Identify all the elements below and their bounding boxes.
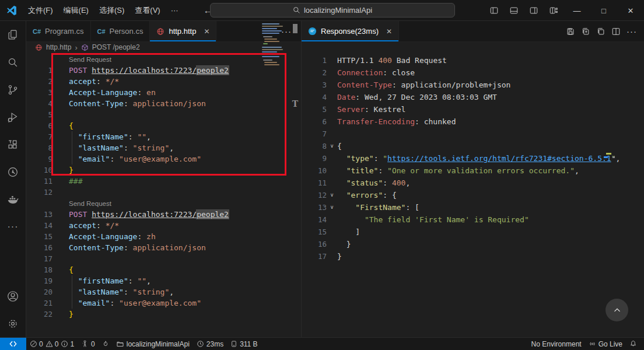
- tab-response[interactable]: Response(23ms) ✕: [302, 21, 399, 41]
- link-token: people2: [197, 66, 229, 75]
- code-token: :: [137, 88, 146, 97]
- fold-chevron-icon[interactable]: ∨: [327, 189, 337, 201]
- extensions-icon[interactable]: [0, 131, 26, 158]
- warning-count: 0: [55, 340, 59, 348]
- minimize-button[interactable]: —: [564, 0, 590, 21]
- ports-status[interactable]: 0: [78, 338, 99, 350]
- scroll-to-top-button[interactable]: [606, 299, 628, 321]
- line-number: 8: [302, 140, 327, 152]
- code-token: }: [69, 310, 74, 318]
- line-number: 5: [26, 109, 52, 120]
- http-editor[interactable]: Send Request1POST https://localhost:7223…: [26, 52, 301, 337]
- remote-indicator[interactable]: [0, 338, 26, 350]
- send-request-codelens[interactable]: Send Request: [69, 56, 111, 63]
- code-token: POST: [69, 210, 87, 219]
- go-live-status[interactable]: Go Live: [585, 338, 626, 350]
- link-token: https://localhost:7223/: [92, 210, 197, 219]
- tab-person-cs[interactable]: C# Person.cs: [91, 21, 150, 41]
- more-actions-icon[interactable]: ···: [626, 26, 637, 36]
- overview-ruler-mark: [604, 156, 608, 158]
- toggle-secondary-sidebar-icon[interactable]: [524, 0, 544, 21]
- line-number: 11: [302, 177, 327, 189]
- minimap[interactable]: [262, 22, 289, 121]
- code-line: Send Request: [26, 198, 301, 209]
- menu-selection[interactable]: 选择(S): [94, 3, 130, 18]
- search-sidebar-icon[interactable]: [0, 48, 26, 76]
- scrollbar-left[interactable]: T: [290, 21, 300, 337]
- fold-chevron-icon[interactable]: ∨: [327, 140, 337, 152]
- line-content: Content-Type: application/json: [69, 242, 206, 253]
- breadcrumb-symbol[interactable]: POST /people2: [92, 43, 140, 51]
- line-content: "lastName": "string",: [69, 286, 174, 298]
- menu-file[interactable]: 文件(F): [23, 3, 58, 18]
- line-number: 11: [26, 176, 52, 187]
- customize-layout-icon[interactable]: [544, 0, 564, 21]
- response-editor[interactable]: 1HTTP/1.1 400 Bad Request2Connection: cl…: [302, 42, 644, 337]
- fold-gutter: [327, 238, 337, 250]
- workspace-name: localizingMinimalApi: [127, 340, 190, 348]
- line-number: 8: [26, 142, 52, 153]
- minimap-line: [263, 43, 268, 44]
- docker-icon[interactable]: [0, 186, 26, 213]
- save-response-icon[interactable]: [581, 27, 590, 36]
- code-line: 6Transfer-Encoding: chunked: [302, 116, 644, 128]
- code-token: [337, 166, 346, 175]
- line-content: }: [69, 164, 74, 176]
- code-line: 9 "type": "https://tools.ietf.org/html/r…: [302, 152, 644, 164]
- line-number: 12: [302, 189, 327, 201]
- send-request-codelens[interactable]: Send Request: [69, 200, 111, 207]
- response-size-status[interactable]: 311 B: [227, 338, 261, 350]
- tab-http-http[interactable]: http.http ✕: [150, 21, 216, 41]
- source-control-icon[interactable]: [0, 76, 26, 103]
- minimap-line: [262, 30, 282, 32]
- code-token: "": [137, 276, 146, 285]
- menu-view[interactable]: 查看(V): [130, 3, 165, 18]
- maximize-button[interactable]: □: [590, 0, 617, 21]
- notifications-status[interactable]: [626, 338, 640, 350]
- code-token: ,: [575, 166, 579, 175]
- tab-program-cs[interactable]: C# Program.cs: [26, 21, 91, 41]
- code-token: "string": [133, 144, 170, 152]
- breadcrumb[interactable]: http.http › POST /people2: [26, 42, 301, 52]
- problems-status[interactable]: 0 0 1: [26, 338, 78, 350]
- more-views-icon[interactable]: ···: [0, 213, 26, 240]
- overview-ruler-mark: [606, 153, 611, 155]
- command-center-search[interactable]: localizingMinimalApi: [210, 3, 455, 18]
- code-token: : [: [405, 203, 419, 212]
- code-token: ,: [146, 132, 151, 141]
- close-tab-icon[interactable]: ✕: [204, 27, 209, 36]
- code-token: [337, 178, 346, 187]
- workspace-status[interactable]: localizingMinimalApi: [113, 338, 193, 350]
- line-number: 15: [302, 226, 327, 238]
- explorer-icon[interactable]: [0, 21, 26, 48]
- code-token: {: [337, 142, 342, 150]
- breadcrumb-file[interactable]: http.http: [46, 43, 71, 51]
- run-and-debug-icon[interactable]: [0, 103, 26, 131]
- link-token[interactable]: https://tools.ietf.org/html/rfc7231#sect…: [387, 154, 611, 163]
- code-token: ,: [169, 144, 174, 152]
- toggle-primary-sidebar-icon[interactable]: [484, 0, 504, 21]
- hot-reload-status[interactable]: [99, 338, 113, 350]
- toggle-panel-icon[interactable]: [504, 0, 524, 21]
- settings-gear-icon[interactable]: [0, 310, 26, 337]
- environment-status[interactable]: No Environment: [528, 338, 585, 350]
- line-content: Date: Wed, 27 Dec 2023 08:03:03 GMT: [337, 91, 497, 103]
- response-duration-status[interactable]: 23ms: [193, 338, 227, 350]
- menu-more[interactable]: ···: [166, 3, 184, 18]
- save-icon[interactable]: [566, 27, 575, 36]
- code-line: 2accept: */*: [26, 76, 301, 87]
- minimap-line: [262, 49, 283, 50]
- line-content: "firstName": "",: [69, 131, 151, 142]
- close-window-button[interactable]: ✕: [617, 0, 644, 21]
- code-token: "errors": [346, 191, 383, 200]
- copy-response-icon[interactable]: [596, 27, 606, 36]
- close-tab-icon[interactable]: ✕: [386, 27, 392, 36]
- code-token: :: [124, 243, 133, 252]
- fold-chevron-icon[interactable]: ∨: [327, 201, 337, 214]
- menu-edit[interactable]: 编辑(E): [58, 3, 94, 18]
- line-number: 16: [302, 238, 327, 250]
- accounts-icon[interactable]: [0, 282, 26, 310]
- rest-client-icon[interactable]: [0, 158, 26, 186]
- code-line: 1POST https://localhost:7223/people2: [26, 65, 301, 76]
- split-editor-icon[interactable]: [611, 27, 621, 36]
